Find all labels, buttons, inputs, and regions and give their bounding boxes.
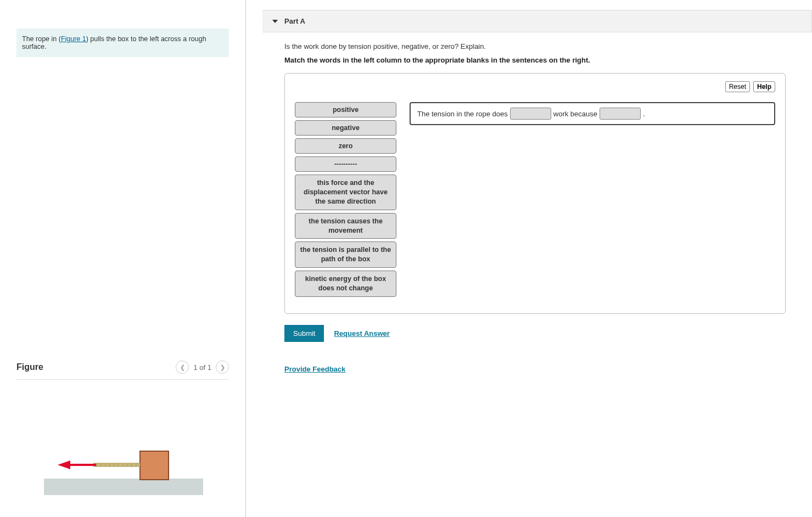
figure-header: Figure ❮ 1 of 1 ❯ bbox=[16, 361, 229, 380]
chevron-right-icon: ❯ bbox=[220, 364, 225, 371]
svg-marker-14 bbox=[58, 460, 70, 469]
figure-title: Figure bbox=[16, 362, 43, 372]
right-panel: Part A Is the work done by tension posit… bbox=[246, 0, 812, 517]
ground-shape bbox=[44, 479, 203, 495]
figure-link[interactable]: Figure 1 bbox=[61, 35, 86, 43]
drag-item-negative[interactable]: negative bbox=[295, 120, 396, 136]
request-answer-link[interactable]: Request Answer bbox=[334, 329, 389, 338]
actions-row: Submit Request Answer bbox=[284, 325, 786, 342]
instruction-text: Match the words in the left column to th… bbox=[284, 56, 786, 64]
drop-slot-2[interactable] bbox=[600, 108, 641, 120]
figure-nav: ❮ 1 of 1 ❯ bbox=[176, 361, 229, 374]
drag-item-positive[interactable]: positive bbox=[295, 102, 396, 117]
sentence-seg3: . bbox=[643, 110, 645, 118]
drop-sentence: The tension in the rope does work becaus… bbox=[410, 102, 775, 125]
collapse-triangle-icon bbox=[272, 20, 278, 23]
drag-item-parallel-path[interactable]: the tension is parallel to the path of t… bbox=[295, 241, 396, 268]
chevron-left-icon: ❮ bbox=[180, 364, 185, 371]
help-button[interactable]: Help bbox=[753, 81, 775, 92]
rope-shape bbox=[93, 463, 140, 467]
figure-prev-button[interactable]: ❮ bbox=[176, 361, 189, 374]
reset-button[interactable]: Reset bbox=[725, 81, 750, 92]
left-panel: The rope in (Figure 1) pulls the box to … bbox=[0, 0, 246, 517]
drag-items-column: positive negative zero ---------- this f… bbox=[295, 102, 396, 297]
question-text: Is the work done by tension positive, ne… bbox=[284, 42, 786, 50]
sentence-seg2: work because bbox=[553, 110, 597, 118]
part-header[interactable]: Part A bbox=[262, 10, 812, 32]
drop-slot-1[interactable] bbox=[510, 108, 551, 120]
force-arrow bbox=[58, 460, 96, 469]
drag-content: positive negative zero ---------- this f… bbox=[295, 102, 775, 297]
figure-section: Figure ❮ 1 of 1 ❯ bbox=[16, 361, 229, 517]
sentence-seg1: The tension in the rope does bbox=[417, 110, 508, 118]
problem-prefix: The rope in ( bbox=[22, 35, 61, 43]
drag-item-same-direction[interactable]: this force and the displacement vector h… bbox=[295, 175, 396, 210]
figure-next-button[interactable]: ❯ bbox=[216, 361, 229, 374]
figure-diagram bbox=[16, 435, 214, 501]
drag-item-causes-movement[interactable]: the tension causes the movement bbox=[295, 213, 396, 239]
drag-item-zero[interactable]: zero bbox=[295, 138, 396, 154]
drag-drop-panel: Reset Help positive negative zero ------… bbox=[284, 73, 786, 314]
provide-feedback-link[interactable]: Provide Feedback bbox=[284, 365, 345, 373]
drag-toolbar: Reset Help bbox=[295, 81, 775, 92]
submit-button[interactable]: Submit bbox=[284, 325, 324, 342]
drag-item-separator[interactable]: ---------- bbox=[295, 156, 396, 172]
figure-pager: 1 of 1 bbox=[193, 363, 211, 372]
figure-viewport[interactable] bbox=[16, 391, 229, 517]
box-shape bbox=[140, 451, 169, 480]
drag-item-kinetic-energy[interactable]: kinetic energy of the box does not chang… bbox=[295, 271, 396, 297]
problem-statement: The rope in (Figure 1) pulls the box to … bbox=[16, 29, 229, 57]
question-area: Is the work done by tension positive, ne… bbox=[262, 32, 812, 373]
part-label: Part A bbox=[284, 17, 305, 25]
